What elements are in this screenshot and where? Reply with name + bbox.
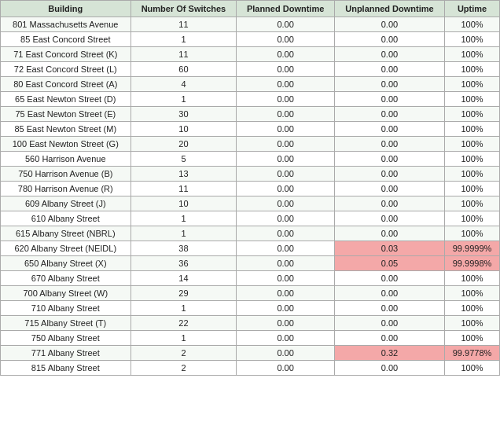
cell-uptime: 100% [445,316,500,331]
cell-switches: 10 [131,122,237,137]
cell-uptime: 100% [445,92,500,107]
header-planned: Planned Downtime [237,1,335,17]
cell-planned: 0.00 [237,346,335,361]
cell-planned: 0.00 [237,331,335,346]
cell-building: 815 Albany Street [1,361,131,376]
cell-planned: 0.00 [237,241,335,256]
cell-uptime: 100% [445,107,500,122]
cell-uptime: 100% [445,32,500,47]
cell-uptime: 100% [445,301,500,316]
table-row: 560 Harrison Avenue50.000.00100% [1,152,500,167]
cell-building: 615 Albany Street (NBRL) [1,226,131,241]
cell-switches: 60 [131,62,237,77]
cell-uptime: 100% [445,182,500,196]
cell-building: 700 Albany Street (W) [1,286,131,301]
cell-unplanned: 0.00 [334,196,444,211]
cell-building: 75 East Newton Street (E) [1,107,131,122]
cell-unplanned: 0.00 [334,32,444,47]
cell-unplanned: 0.00 [334,226,444,241]
cell-building: 100 East Newton Street (G) [1,137,131,152]
cell-unplanned: 0.00 [334,301,444,316]
cell-uptime: 99.9998% [445,256,500,271]
cell-planned: 0.00 [237,17,335,32]
cell-planned: 0.00 [237,47,335,62]
cell-switches: 1 [131,301,237,316]
cell-unplanned: 0.00 [334,316,444,331]
cell-switches: 14 [131,271,237,286]
cell-building: 715 Albany Street (T) [1,316,131,331]
cell-switches: 30 [131,107,237,122]
table-row: 85 East Concord Street10.000.00100% [1,32,500,47]
cell-unplanned: 0.00 [334,47,444,62]
cell-building: 71 East Concord Street (K) [1,47,131,62]
cell-planned: 0.00 [237,256,335,271]
cell-uptime: 100% [445,47,500,62]
cell-unplanned: 0.00 [334,152,444,167]
cell-unplanned: 0.00 [334,182,444,196]
cell-planned: 0.00 [237,167,335,182]
cell-planned: 0.00 [237,316,335,331]
cell-switches: 11 [131,182,237,196]
cell-unplanned: 0.00 [334,92,444,107]
cell-switches: 11 [131,47,237,62]
cell-uptime: 100% [445,152,500,167]
cell-unplanned: 0.00 [334,331,444,346]
table-row: 80 East Concord Street (A)40.000.00100% [1,77,500,92]
cell-uptime: 100% [445,286,500,301]
table-row: 700 Albany Street (W)290.000.00100% [1,286,500,301]
cell-switches: 22 [131,316,237,331]
table-row: 75 East Newton Street (E)300.000.00100% [1,107,500,122]
cell-uptime: 100% [445,137,500,152]
cell-unplanned: 0.00 [334,107,444,122]
cell-planned: 0.00 [237,77,335,92]
cell-uptime: 100% [445,17,500,32]
cell-switches: 2 [131,361,237,376]
cell-building: 72 East Concord Street (L) [1,62,131,77]
cell-uptime: 100% [445,361,500,376]
cell-planned: 0.00 [237,152,335,167]
table-row: 710 Albany Street10.000.00100% [1,301,500,316]
cell-planned: 0.00 [237,32,335,47]
cell-planned: 0.00 [237,196,335,211]
cell-switches: 38 [131,241,237,256]
cell-planned: 0.00 [237,92,335,107]
table-row: 750 Harrison Avenue (B)130.000.00100% [1,167,500,182]
cell-building: 80 East Concord Street (A) [1,77,131,92]
cell-building: 801 Massachusetts Avenue [1,17,131,32]
table-row: 65 East Newton Street (D)10.000.00100% [1,92,500,107]
table-row: 71 East Concord Street (K)110.000.00100% [1,47,500,62]
cell-switches: 29 [131,286,237,301]
table-row: 610 Albany Street10.000.00100% [1,211,500,226]
cell-uptime: 99.9778% [445,346,500,361]
cell-switches: 2 [131,346,237,361]
cell-planned: 0.00 [237,361,335,376]
cell-uptime: 100% [445,271,500,286]
cell-switches: 11 [131,17,237,32]
cell-unplanned: 0.00 [334,77,444,92]
cell-unplanned: 0.00 [334,122,444,137]
cell-uptime: 100% [445,62,500,77]
cell-building: 85 East Concord Street [1,32,131,47]
cell-switches: 36 [131,256,237,271]
cell-planned: 0.00 [237,107,335,122]
cell-planned: 0.00 [237,182,335,196]
cell-building: 560 Harrison Avenue [1,152,131,167]
cell-unplanned: 0.00 [334,167,444,182]
cell-uptime: 100% [445,331,500,346]
cell-unplanned: 0.05 [334,256,444,271]
table-row: 85 East Newton Street (M)100.000.00100% [1,122,500,137]
cell-switches: 10 [131,196,237,211]
header-building: Building [1,1,131,17]
cell-switches: 1 [131,331,237,346]
table-row: 609 Albany Street (J)100.000.00100% [1,196,500,211]
cell-uptime: 100% [445,167,500,182]
cell-planned: 0.00 [237,301,335,316]
cell-building: 750 Harrison Avenue (B) [1,167,131,182]
header-uptime: Uptime [445,1,500,17]
cell-building: 85 East Newton Street (M) [1,122,131,137]
table-row: 72 East Concord Street (L)600.000.00100% [1,62,500,77]
cell-unplanned: 0.00 [334,271,444,286]
table-row: 750 Albany Street10.000.00100% [1,331,500,346]
table-row: 670 Albany Street140.000.00100% [1,271,500,286]
cell-planned: 0.00 [237,122,335,137]
